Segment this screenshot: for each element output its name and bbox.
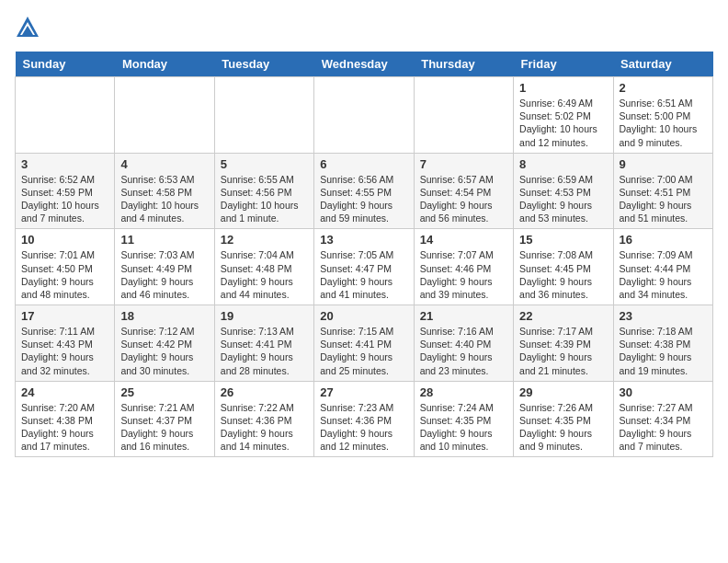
calendar-week-2: 3Sunrise: 6:52 AM Sunset: 4:59 PM Daylig…: [16, 153, 713, 229]
calendar-cell: 2Sunrise: 6:51 AM Sunset: 5:00 PM Daylig…: [613, 77, 712, 154]
day-info: Sunrise: 7:03 AM Sunset: 4:49 PM Dayligh…: [120, 248, 208, 301]
weekday-header-sunday: Sunday: [16, 52, 115, 77]
day-number: 7: [420, 157, 507, 171]
day-info: Sunrise: 6:51 AM Sunset: 5:00 PM Dayligh…: [620, 97, 707, 149]
day-info: Sunrise: 7:27 AM Sunset: 4:34 PM Dayligh…: [620, 401, 707, 454]
day-info: Sunrise: 6:52 AM Sunset: 4:59 PM Dayligh…: [21, 173, 108, 225]
calendar-cell: 29Sunrise: 7:26 AM Sunset: 4:35 PM Dayli…: [514, 381, 613, 457]
day-number: 4: [120, 157, 208, 171]
day-info: Sunrise: 7:09 AM Sunset: 4:44 PM Dayligh…: [620, 248, 707, 301]
day-number: 23: [620, 309, 707, 323]
weekday-header-row: SundayMondayTuesdayWednesdayThursdayFrid…: [16, 52, 713, 77]
calendar-cell: 3Sunrise: 6:52 AM Sunset: 4:59 PM Daylig…: [16, 153, 115, 229]
calendar-cell: 5Sunrise: 6:55 AM Sunset: 4:56 PM Daylig…: [214, 153, 313, 229]
weekday-header-thursday: Thursday: [414, 52, 513, 77]
day-number: 6: [320, 157, 407, 171]
day-number: 1: [519, 81, 607, 95]
calendar-week-5: 24Sunrise: 7:20 AM Sunset: 4:38 PM Dayli…: [16, 381, 713, 457]
calendar-cell: 1Sunrise: 6:49 AM Sunset: 5:02 PM Daylig…: [514, 77, 613, 154]
day-info: Sunrise: 7:21 AM Sunset: 4:37 PM Dayligh…: [120, 401, 208, 454]
day-info: Sunrise: 7:01 AM Sunset: 4:50 PM Dayligh…: [21, 248, 108, 301]
day-number: 8: [519, 157, 607, 171]
day-number: 29: [519, 385, 607, 399]
calendar-cell: 4Sunrise: 6:53 AM Sunset: 4:58 PM Daylig…: [115, 153, 214, 229]
calendar-cell: [214, 77, 313, 154]
day-number: 28: [420, 385, 507, 399]
calendar-cell: 21Sunrise: 7:16 AM Sunset: 4:40 PM Dayli…: [414, 305, 513, 382]
day-info: Sunrise: 6:55 AM Sunset: 4:56 PM Dayligh…: [221, 173, 308, 225]
calendar-cell: 26Sunrise: 7:22 AM Sunset: 4:36 PM Dayli…: [214, 381, 313, 457]
weekday-header-wednesday: Wednesday: [314, 52, 414, 77]
day-number: 2: [620, 81, 707, 95]
calendar-cell: 23Sunrise: 7:18 AM Sunset: 4:38 PM Dayli…: [613, 305, 712, 382]
calendar-cell: 16Sunrise: 7:09 AM Sunset: 4:44 PM Dayli…: [613, 229, 712, 305]
day-number: 26: [221, 385, 308, 399]
weekday-header-monday: Monday: [115, 52, 214, 77]
day-number: 18: [120, 309, 208, 323]
day-number: 13: [320, 233, 407, 247]
calendar-cell: [16, 77, 115, 154]
calendar-cell: 14Sunrise: 7:07 AM Sunset: 4:46 PM Dayli…: [414, 229, 513, 305]
day-info: Sunrise: 7:05 AM Sunset: 4:47 PM Dayligh…: [320, 248, 407, 301]
calendar-cell: 22Sunrise: 7:17 AM Sunset: 4:39 PM Dayli…: [514, 305, 613, 382]
calendar-cell: [314, 77, 414, 154]
day-info: Sunrise: 7:22 AM Sunset: 4:36 PM Dayligh…: [221, 401, 308, 454]
calendar-cell: 24Sunrise: 7:20 AM Sunset: 4:38 PM Dayli…: [16, 381, 115, 457]
calendar-cell: 27Sunrise: 7:23 AM Sunset: 4:36 PM Dayli…: [314, 381, 414, 457]
day-info: Sunrise: 7:11 AM Sunset: 4:43 PM Dayligh…: [21, 325, 108, 377]
day-info: Sunrise: 7:15 AM Sunset: 4:41 PM Dayligh…: [320, 325, 407, 377]
day-info: Sunrise: 7:08 AM Sunset: 4:45 PM Dayligh…: [519, 248, 607, 301]
calendar-cell: 9Sunrise: 7:00 AM Sunset: 4:51 PM Daylig…: [613, 153, 712, 229]
day-number: 20: [320, 309, 407, 323]
calendar-cell: 13Sunrise: 7:05 AM Sunset: 4:47 PM Dayli…: [314, 229, 414, 305]
calendar-cell: 28Sunrise: 7:24 AM Sunset: 4:35 PM Dayli…: [414, 381, 513, 457]
calendar-cell: 18Sunrise: 7:12 AM Sunset: 4:42 PM Dayli…: [115, 305, 214, 382]
day-number: 12: [221, 233, 308, 247]
day-number: 11: [120, 233, 208, 247]
calendar-cell: 20Sunrise: 7:15 AM Sunset: 4:41 PM Dayli…: [314, 305, 414, 382]
day-number: 24: [21, 385, 108, 399]
day-info: Sunrise: 7:24 AM Sunset: 4:35 PM Dayligh…: [420, 401, 507, 454]
calendar-cell: 10Sunrise: 7:01 AM Sunset: 4:50 PM Dayli…: [16, 229, 115, 305]
day-info: Sunrise: 7:23 AM Sunset: 4:36 PM Dayligh…: [320, 401, 407, 454]
day-info: Sunrise: 6:59 AM Sunset: 4:53 PM Dayligh…: [519, 173, 607, 225]
weekday-header-friday: Friday: [514, 52, 613, 77]
day-number: 14: [420, 233, 507, 247]
calendar-header: SundayMondayTuesdayWednesdayThursdayFrid…: [16, 52, 713, 77]
day-info: Sunrise: 6:56 AM Sunset: 4:55 PM Dayligh…: [320, 173, 407, 225]
calendar-cell: 12Sunrise: 7:04 AM Sunset: 4:48 PM Dayli…: [214, 229, 313, 305]
calendar-cell: [414, 77, 513, 154]
page-header: [15, 15, 713, 40]
calendar-cell: 6Sunrise: 6:56 AM Sunset: 4:55 PM Daylig…: [314, 153, 414, 229]
day-number: 21: [420, 309, 507, 323]
day-info: Sunrise: 7:18 AM Sunset: 4:38 PM Dayligh…: [620, 325, 707, 377]
day-info: Sunrise: 7:17 AM Sunset: 4:39 PM Dayligh…: [519, 325, 607, 377]
day-number: 25: [120, 385, 208, 399]
calendar-cell: 25Sunrise: 7:21 AM Sunset: 4:37 PM Dayli…: [115, 381, 214, 457]
day-number: 15: [519, 233, 607, 247]
weekday-header-saturday: Saturday: [613, 52, 712, 77]
day-info: Sunrise: 7:04 AM Sunset: 4:48 PM Dayligh…: [221, 248, 308, 301]
calendar-cell: [115, 77, 214, 154]
day-number: 27: [320, 385, 407, 399]
day-number: 9: [620, 157, 707, 171]
day-info: Sunrise: 7:16 AM Sunset: 4:40 PM Dayligh…: [420, 325, 507, 377]
day-number: 3: [21, 157, 108, 171]
day-info: Sunrise: 6:57 AM Sunset: 4:54 PM Dayligh…: [420, 173, 507, 225]
calendar-cell: 30Sunrise: 7:27 AM Sunset: 4:34 PM Dayli…: [613, 381, 712, 457]
calendar-body: 1Sunrise: 6:49 AM Sunset: 5:02 PM Daylig…: [16, 77, 713, 457]
day-number: 19: [221, 309, 308, 323]
logo: [15, 15, 44, 40]
day-number: 17: [21, 309, 108, 323]
calendar-week-1: 1Sunrise: 6:49 AM Sunset: 5:02 PM Daylig…: [16, 77, 713, 154]
day-number: 30: [620, 385, 707, 399]
day-info: Sunrise: 7:12 AM Sunset: 4:42 PM Dayligh…: [120, 325, 208, 377]
day-info: Sunrise: 6:53 AM Sunset: 4:58 PM Dayligh…: [120, 173, 208, 225]
calendar-cell: 8Sunrise: 6:59 AM Sunset: 4:53 PM Daylig…: [514, 153, 613, 229]
calendar-week-3: 10Sunrise: 7:01 AM Sunset: 4:50 PM Dayli…: [16, 229, 713, 305]
weekday-header-tuesday: Tuesday: [214, 52, 313, 77]
calendar-cell: 17Sunrise: 7:11 AM Sunset: 4:43 PM Dayli…: [16, 305, 115, 382]
day-info: Sunrise: 6:49 AM Sunset: 5:02 PM Dayligh…: [519, 97, 607, 149]
calendar-cell: 19Sunrise: 7:13 AM Sunset: 4:41 PM Dayli…: [214, 305, 313, 382]
day-info: Sunrise: 7:20 AM Sunset: 4:38 PM Dayligh…: [21, 401, 108, 454]
